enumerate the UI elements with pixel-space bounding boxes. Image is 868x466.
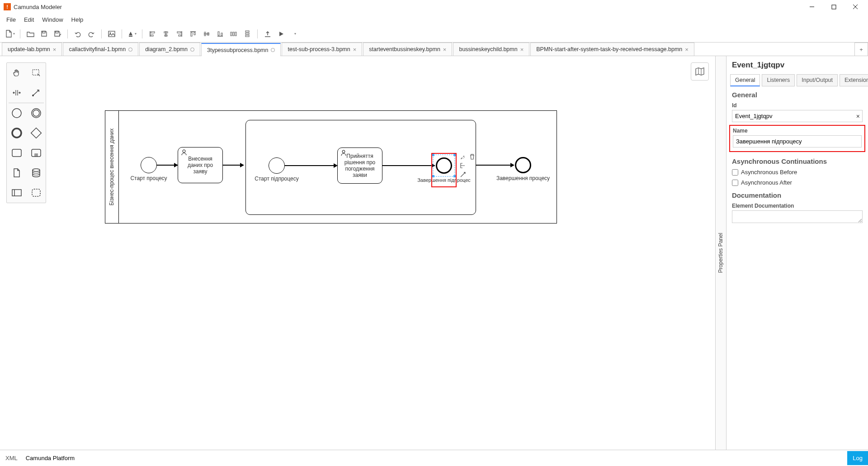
sequence-flow[interactable]: [223, 165, 242, 166]
hand-tool[interactable]: [7, 63, 26, 83]
tab-label: callactivityfinal-1.bpmn: [69, 46, 126, 52]
menu-edit[interactable]: Edit: [20, 14, 38, 25]
tab-label: BPMN-start-after-system-task-by-received…: [536, 46, 682, 52]
name-input[interactable]: [733, 135, 862, 147]
async-before-check[interactable]: Asynchronous Before: [732, 169, 863, 176]
user-task-decision[interactable]: Прийняття рішення про погодження заяви: [337, 147, 382, 184]
tab-callactivityfinal[interactable]: callactivityfinal-1.bpmn: [63, 43, 138, 56]
props-tab-extensions[interactable]: Extensions: [840, 74, 868, 86]
connect-tool[interactable]: [26, 83, 46, 103]
start-event-process[interactable]: [141, 157, 157, 173]
tab-bussineskeychild[interactable]: bussineskeychild.bpmn×: [453, 43, 529, 56]
align-right-button[interactable]: [173, 28, 186, 40]
participant-tool[interactable]: [7, 183, 26, 203]
align-center-h-button[interactable]: [160, 28, 172, 40]
id-input[interactable]: [732, 110, 863, 122]
menu-help[interactable]: Help: [68, 14, 87, 25]
subprocess-tool[interactable]: [26, 143, 46, 163]
start-sub-label: Старт підпроцесу: [250, 176, 304, 182]
close-icon[interactable]: ×: [443, 46, 447, 53]
data-store-tool[interactable]: [26, 163, 46, 183]
add-tab-button[interactable]: +: [854, 43, 868, 56]
trash-icon[interactable]: [468, 153, 476, 160]
close-icon[interactable]: ×: [520, 46, 524, 53]
props-tab-general[interactable]: General: [730, 74, 760, 86]
async-after-check[interactable]: Asynchronous After: [732, 179, 863, 186]
expanded-subprocess[interactable]: Старт підпроцесу Прийняття рішення про п…: [245, 120, 476, 215]
image-button[interactable]: [105, 28, 118, 40]
connect-icon[interactable]: [459, 171, 467, 178]
sequence-flow[interactable]: [476, 165, 512, 166]
end-event-process[interactable]: [515, 157, 531, 173]
space-tool[interactable]: [7, 83, 26, 103]
tab-label: bussineskeychild.bpmn: [459, 46, 517, 52]
task-tool[interactable]: [7, 143, 26, 163]
group-tool[interactable]: [26, 183, 46, 203]
menu-window[interactable]: Window: [38, 14, 66, 25]
svg-rect-28: [235, 32, 236, 36]
props-tab-input-output[interactable]: Input/Output: [797, 74, 838, 86]
annotation-icon[interactable]: [459, 162, 467, 169]
menu-file[interactable]: File: [3, 14, 19, 25]
svg-rect-6: [108, 31, 115, 37]
user-task-enter-data[interactable]: Внесення даних про заяву: [178, 147, 223, 183]
distribute-h-button[interactable]: [227, 28, 240, 40]
minimize-button[interactable]: [803, 0, 821, 13]
checkbox[interactable]: [732, 180, 738, 186]
lasso-tool[interactable]: [26, 63, 46, 83]
platform-tab[interactable]: Camunda Platform: [26, 455, 75, 461]
tab-diagram2[interactable]: diagram_2.bpmn: [139, 43, 200, 56]
tab-bpmn-start-after[interactable]: BPMN-start-after-system-task-by-received…: [530, 43, 694, 56]
gateway-tool[interactable]: [26, 123, 46, 143]
xml-tab[interactable]: XML: [5, 455, 18, 461]
clear-icon[interactable]: ×: [856, 113, 860, 120]
properties-tabs: General Listeners Input/Output Extension…: [726, 74, 868, 86]
close-icon[interactable]: ×: [685, 46, 689, 53]
redo-button[interactable]: [85, 28, 98, 40]
minimap-button[interactable]: [691, 62, 709, 81]
close-icon[interactable]: ×: [53, 46, 57, 53]
svg-rect-42: [12, 149, 21, 157]
tab-startevent[interactable]: starteventbussineskey.bpmn×: [363, 43, 452, 56]
props-tab-listeners[interactable]: Listeners: [762, 74, 795, 86]
sequence-flow[interactable]: [157, 165, 176, 166]
start-event-subprocess[interactable]: [269, 157, 285, 174]
undo-button[interactable]: [71, 28, 84, 40]
align-bottom-button[interactable]: [214, 28, 226, 40]
canvas[interactable]: Бізнес-процес внесення даних Старт проце…: [46, 56, 715, 450]
bpmn-pool[interactable]: Бізнес-процес внесення даних Старт проце…: [105, 110, 557, 223]
end-event-tool[interactable]: [7, 123, 26, 143]
data-object-tool[interactable]: [7, 163, 26, 183]
maximize-button[interactable]: [825, 0, 843, 13]
intermediate-event-tool[interactable]: [26, 103, 46, 123]
start-event-tool[interactable]: [7, 103, 26, 123]
new-file-button[interactable]: ▾: [4, 28, 16, 40]
align-left-button[interactable]: [146, 28, 159, 40]
save-as-button[interactable]: [51, 28, 64, 40]
save-button[interactable]: [38, 28, 50, 40]
svg-rect-19: [194, 33, 195, 35]
svg-point-54: [342, 150, 345, 153]
checkbox[interactable]: [732, 169, 738, 176]
open-button[interactable]: [24, 28, 37, 40]
deploy-button[interactable]: [261, 28, 274, 40]
align-top-button[interactable]: [187, 28, 199, 40]
wrench-icon[interactable]: [459, 153, 467, 160]
sequence-flow[interactable]: [285, 165, 335, 166]
sequence-flow[interactable]: [382, 165, 433, 166]
align-center-v-button[interactable]: [200, 28, 213, 40]
tab-update-lab[interactable]: update-lab.bpmn×: [2, 43, 62, 56]
close-button[interactable]: [846, 0, 864, 13]
arrow-head-icon: [240, 163, 244, 167]
log-button[interactable]: Log: [847, 451, 868, 465]
documentation-textarea[interactable]: [732, 210, 863, 223]
properties-panel-toggle[interactable]: Properties Panel: [715, 56, 726, 450]
distribute-v-button[interactable]: [241, 28, 254, 40]
color-button[interactable]: ▾: [126, 28, 138, 40]
end-event-subprocess[interactable]: [436, 157, 452, 174]
tab-3typessubprocess[interactable]: 3typessubprocess.bpmn: [201, 43, 281, 56]
tab-test-sub-process[interactable]: test-sub-process-3.bpmn×: [282, 43, 362, 56]
toolbar-more-button[interactable]: ▾: [288, 28, 301, 40]
start-button[interactable]: [275, 28, 288, 40]
close-icon[interactable]: ×: [353, 46, 357, 53]
